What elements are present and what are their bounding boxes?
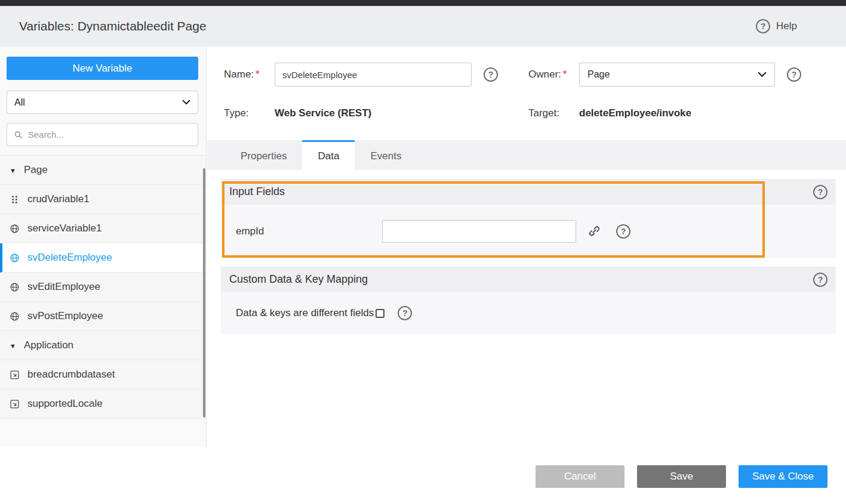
globe-icon (10, 282, 20, 292)
help-question-circle-icon (756, 19, 770, 33)
tree-item-svpostemployee[interactable]: svPostEmployee (0, 302, 206, 331)
sidebar-scrollbar[interactable] (203, 168, 205, 418)
tab-bar: Properties Data Events (207, 140, 846, 170)
search-icon (14, 130, 23, 140)
tree-group-label: Page (24, 164, 48, 176)
required-mark: * (256, 69, 260, 80)
type-label: Type: (224, 104, 249, 122)
variables-tree: Page crudVariable1 serviceVariable1 svDe… (0, 155, 206, 419)
chevron-down-icon (758, 72, 767, 78)
empid-label: empId (236, 205, 264, 258)
page-title: Variables: Dynamictableedit Page (19, 19, 207, 33)
input-fields-header: Input Fields (221, 179, 836, 205)
top-edge-strip (0, 0, 846, 6)
tree-item-label: supportedLocale (27, 398, 103, 410)
tree-group-application[interactable]: Application (0, 331, 206, 360)
different-fields-checkbox[interactable] (376, 309, 384, 318)
globe-icon (10, 253, 20, 263)
tree-item-label: serviceVariable1 (27, 222, 101, 234)
help-button[interactable]: Help (756, 19, 797, 33)
input-fields-help-icon[interactable] (813, 185, 827, 199)
type-value: Web Service (REST) (275, 104, 371, 122)
crud-variable-icon (10, 195, 20, 204)
custom-data-header: Custom Data & Key Mapping (221, 267, 836, 292)
tree-item-label: svDeleteEmployee (27, 252, 112, 264)
owner-selected-value: Page (587, 69, 610, 80)
cancel-button[interactable]: Cancel (536, 465, 624, 488)
tab-data[interactable]: Data (302, 140, 355, 170)
different-fields-help-icon[interactable] (398, 306, 412, 320)
save-and-close-button[interactable]: Save & Close (739, 465, 827, 488)
tab-events[interactable]: Events (355, 140, 417, 170)
name-input[interactable] (275, 63, 472, 86)
dialog-header: Variables: Dynamictableedit Page Help (0, 6, 846, 47)
filter-selected-value: All (14, 97, 25, 108)
help-label: Help (776, 20, 797, 32)
dataset-icon (10, 370, 20, 380)
target-value: deleteEmployee/invoke (579, 104, 691, 122)
search-input[interactable] (28, 129, 191, 140)
globe-icon (10, 224, 20, 234)
owner-help-icon[interactable] (787, 67, 801, 82)
custom-data-help-icon[interactable] (813, 273, 827, 287)
dialog-footer: Cancel Save Save & Close (0, 446, 846, 504)
tree-item-label: svPostEmployee (27, 310, 103, 322)
tree-item-servicevariable1[interactable]: serviceVariable1 (0, 214, 206, 243)
name-label: Name:* (224, 63, 260, 86)
owner-label: Owner:* (528, 63, 567, 86)
custom-data-body: Data & keys are different fields (221, 292, 836, 334)
tree-item-crudvariable1[interactable]: crudVariable1 (0, 185, 206, 214)
tree-group-page[interactable]: Page (0, 156, 206, 185)
input-fields-title: Input Fields (229, 185, 285, 198)
chevron-down-icon (182, 100, 190, 105)
custom-data-title: Custom Data & Key Mapping (229, 273, 368, 286)
tab-properties[interactable]: Properties (225, 140, 302, 170)
owner-select[interactable]: Page (579, 63, 775, 86)
bind-link-icon[interactable] (588, 225, 601, 237)
footer-buttons: Cancel Save Save & Close (536, 465, 827, 488)
tree-item-svdeleteemployee[interactable]: svDeleteEmployee (0, 243, 206, 273)
input-fields-section: Input Fields empId (221, 179, 836, 258)
name-help-icon[interactable] (484, 67, 498, 82)
different-fields-label: Data & keys are different fields (236, 307, 374, 319)
input-fields-body: empId (221, 205, 836, 258)
tree-item-label: crudVariable1 (27, 193, 90, 205)
save-button[interactable]: Save (637, 465, 726, 488)
tree-item-supportedlocale[interactable]: supportedLocale (0, 389, 206, 419)
triangle-down-icon (10, 164, 16, 176)
tree-group-label: Application (24, 339, 73, 351)
tree-item-breadcrumbdataset[interactable]: breadcrumbdataset (0, 360, 206, 389)
empid-help-icon[interactable] (616, 224, 630, 239)
empid-input[interactable] (382, 220, 576, 243)
custom-data-section: Custom Data & Key Mapping Data & keys ar… (221, 267, 836, 334)
tree-item-label: breadcrumbdataset (27, 369, 115, 381)
variable-filter-select[interactable]: All (7, 91, 198, 114)
variable-search-box (7, 123, 198, 146)
new-variable-button[interactable]: New Variable (7, 57, 198, 80)
tree-item-label: svEditEmployee (27, 281, 100, 293)
variable-detail-panel: Name:* Owner:* Page Type: Web Service (R… (207, 47, 846, 446)
triangle-down-icon (10, 339, 16, 351)
target-label: Target: (528, 104, 559, 122)
globe-icon (10, 311, 20, 321)
dataset-icon (10, 399, 20, 409)
required-mark: * (563, 69, 567, 80)
variables-sidebar: New Variable All Page crudVariable1 serv… (0, 47, 207, 446)
tree-item-sveditemployee[interactable]: svEditEmployee (0, 273, 206, 302)
